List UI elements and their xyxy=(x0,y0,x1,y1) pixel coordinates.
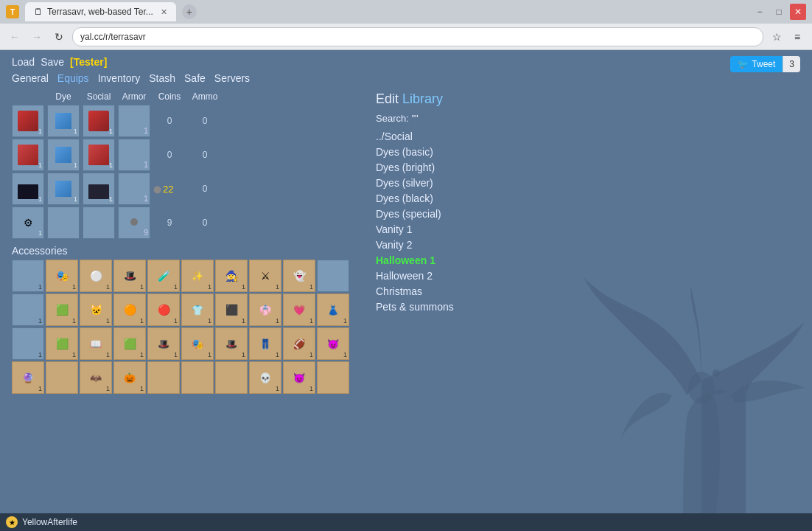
tab-servers[interactable]: Servers xyxy=(214,72,250,84)
acc-slot-12[interactable]: 🐱1 xyxy=(80,294,112,326)
lib-item-halloween1[interactable]: Halloween 1 xyxy=(376,254,523,267)
acc-slot-30[interactable]: 🔮1 xyxy=(12,361,44,394)
lib-item-pets[interactable]: Pets & summons xyxy=(376,300,523,313)
tab-equips[interactable]: Equips xyxy=(57,72,89,84)
lib-item-halloween2[interactable]: Halloween 2 xyxy=(376,269,523,282)
equip-slot-legs-armor[interactable]: 1 xyxy=(118,173,150,205)
acc-slot-25[interactable]: 🎭1 xyxy=(181,327,214,360)
equip-slot-body-social[interactable]: 1 xyxy=(83,139,115,171)
acc-slot-5[interactable]: ✨1 xyxy=(181,260,214,292)
acc-slot-20[interactable]: 1 xyxy=(12,327,44,360)
equip-slot-head-social[interactable]: 1 xyxy=(83,105,115,137)
new-tab-button[interactable]: + xyxy=(182,4,197,19)
maximize-button[interactable]: □ xyxy=(771,4,787,20)
acc-slot-2[interactable]: ⚪1 xyxy=(80,260,112,292)
acc-slot-36[interactable] xyxy=(215,361,248,394)
accessories-label: Accessories xyxy=(12,245,349,257)
menu-save[interactable]: Save xyxy=(41,56,64,68)
url-text: yal.cc/r/terrasavr xyxy=(80,32,146,42)
acc-slot-3[interactable]: 🎩1 xyxy=(113,260,146,292)
equip-slot-wing-armor[interactable]: 9 xyxy=(118,206,150,239)
acc-slot-7[interactable]: ⚔1 xyxy=(249,260,281,292)
acc-slot-10[interactable]: 1 xyxy=(12,294,44,326)
tab-safe[interactable]: Safe xyxy=(184,72,206,84)
acc-slot-28[interactable]: 🏈1 xyxy=(283,327,315,360)
acc-slot-22[interactable]: 📖1 xyxy=(80,327,112,360)
lib-item-dyes-silver[interactable]: Dyes (silver) xyxy=(376,176,523,190)
equip-slot-wing-dye[interactable] xyxy=(47,206,80,239)
acc-slot-37[interactable]: 💀1 xyxy=(249,361,281,394)
equip-slot-body-main[interactable]: 1 xyxy=(12,139,44,171)
equip-coins-3: 22 xyxy=(163,184,173,195)
equip-slot-body-dye[interactable]: 1 xyxy=(47,139,80,171)
acc-slot-19[interactable]: 👗1 xyxy=(317,294,349,326)
tab-general[interactable]: General xyxy=(12,72,49,84)
minimize-button[interactable]: − xyxy=(752,4,768,20)
browser-tab[interactable]: 🗒 Terrasavr, web-based Ter... ✕ xyxy=(25,2,176,21)
acc-slot-27[interactable]: 👖1 xyxy=(249,327,281,360)
acc-slot-15[interactable]: 👕1 xyxy=(181,294,214,326)
acc-slot-0[interactable]: 1 xyxy=(12,260,44,292)
tweet-label: Tweet xyxy=(752,59,775,69)
equip-ammo-1: 0 xyxy=(189,116,221,126)
equip-slot-legs-dye[interactable]: 1 xyxy=(47,173,80,205)
acc-slot-13[interactable]: 🟠1 xyxy=(113,294,146,326)
menu-load[interactable]: Load xyxy=(12,56,35,68)
acc-slot-8[interactable]: 👻1 xyxy=(283,260,315,292)
address-bar[interactable]: yal.cc/r/terrasavr xyxy=(72,27,763,46)
acc-slot-35[interactable] xyxy=(181,361,214,394)
acc-slot-26[interactable]: 🎩1 xyxy=(215,327,248,360)
acc-slot-29[interactable]: 😈1 xyxy=(317,327,349,360)
acc-slot-23[interactable]: 🟩1 xyxy=(113,327,146,360)
acc-slot-31[interactable] xyxy=(46,361,78,394)
close-button[interactable]: ✕ xyxy=(790,4,806,20)
acc-slot-17[interactable]: 👘1 xyxy=(249,294,281,326)
equip-slot-body-armor[interactable]: 1 xyxy=(118,139,150,171)
back-button[interactable]: ← xyxy=(6,28,24,46)
equip-slot-head-dye[interactable]: 1 xyxy=(47,105,80,137)
tab-stash[interactable]: Stash xyxy=(149,72,175,84)
equip-slot-legs-main[interactable]: 1 xyxy=(12,173,44,205)
acc-slot-34[interactable] xyxy=(147,361,180,394)
star-icon[interactable]: ☆ xyxy=(768,28,785,46)
equip-slot-legs-social[interactable]: 1 xyxy=(83,173,115,205)
lib-item-dyes-special[interactable]: Dyes (special) xyxy=(376,207,523,221)
menu-tester[interactable]: [Tester] xyxy=(70,56,107,68)
acc-slot-1[interactable]: 🎭1 xyxy=(46,260,78,292)
acc-slot-18[interactable]: 💗1 xyxy=(283,294,315,326)
acc-slot-38[interactable]: 😈1 xyxy=(283,361,315,394)
tab-inventory[interactable]: Inventory xyxy=(98,72,141,84)
acc-slot-6[interactable]: 🧙1 xyxy=(215,260,248,292)
lib-item-vanity1[interactable]: Vanity 1 xyxy=(376,223,523,236)
lib-item-vanity2[interactable]: Vanity 2 xyxy=(376,238,523,251)
svg-point-2 xyxy=(704,382,709,386)
equip-slot-head-main[interactable]: 1 xyxy=(12,105,44,137)
acc-slot-9[interactable] xyxy=(317,260,349,292)
acc-slot-21[interactable]: 🟩1 xyxy=(46,327,78,360)
refresh-button[interactable]: ↻ xyxy=(50,28,68,46)
acc-slot-33[interactable]: 🎃1 xyxy=(113,361,146,394)
menu-icon[interactable]: ≡ xyxy=(788,28,806,46)
equip-slot-wing-social[interactable] xyxy=(83,206,115,239)
lib-item-dyes-basic[interactable]: Dyes (basic) xyxy=(376,145,523,159)
acc-slot-32[interactable]: 🦇1 xyxy=(80,361,112,394)
equip-slot-wing[interactable]: ⚙ 1 xyxy=(12,206,44,239)
lib-item-christmas[interactable]: Christmas xyxy=(376,285,523,298)
bird-silhouette xyxy=(554,233,812,513)
tweet-button[interactable]: 🐦 Tweet xyxy=(730,56,783,72)
lib-item-dyes-bright[interactable]: Dyes (bright) xyxy=(376,161,523,174)
acc-slot-11[interactable]: 🟩1 xyxy=(46,294,78,326)
acc-slot-14[interactable]: 🔴1 xyxy=(147,294,180,326)
forward-button[interactable]: → xyxy=(28,28,46,46)
equip-ammo-3: 0 xyxy=(189,184,221,194)
equip-slot-head-armor[interactable]: 1 xyxy=(118,105,150,137)
acc-slot-4[interactable]: 🧪1 xyxy=(147,260,180,292)
twitter-icon: 🐦 xyxy=(738,59,749,69)
lib-item-social[interactable]: ../Social xyxy=(376,130,523,143)
acc-slot-24[interactable]: 🎩1 xyxy=(147,327,180,360)
tab-close-button[interactable]: ✕ xyxy=(161,7,167,17)
lib-item-dyes-black[interactable]: Dyes (black) xyxy=(376,192,523,205)
status-icon: ★ xyxy=(6,516,18,528)
acc-slot-16[interactable]: ⬛1 xyxy=(215,294,248,326)
acc-slot-39[interactable] xyxy=(317,361,349,394)
